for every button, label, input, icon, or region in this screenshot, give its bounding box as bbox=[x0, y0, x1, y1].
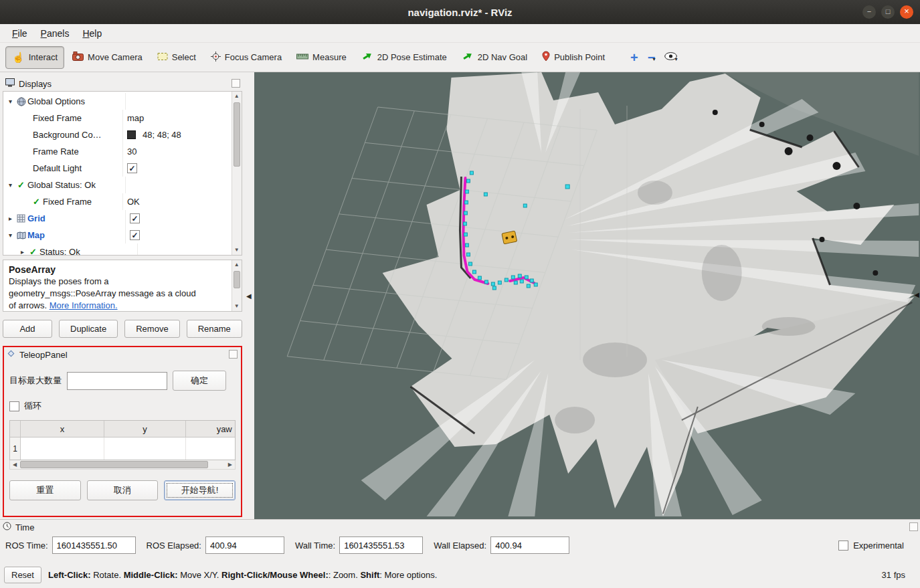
wall-time-input[interactable] bbox=[339, 536, 423, 554]
expander-open-icon[interactable]: ▾ bbox=[6, 98, 15, 105]
column-header-yaw[interactable]: yaw bbox=[186, 421, 235, 437]
experimental-checkbox[interactable] bbox=[838, 541, 848, 551]
expander-closed-icon[interactable]: ▸ bbox=[18, 248, 27, 255]
camera-icon bbox=[72, 52, 84, 63]
default-light-checkbox[interactable] bbox=[127, 163, 137, 173]
table-corner[interactable] bbox=[10, 421, 21, 437]
scrollbar-thumb[interactable] bbox=[234, 271, 240, 288]
teleop-panel: TeleopPanel 目标最大数量 确定 循环 x y bbox=[3, 346, 242, 517]
expander-closed-icon[interactable]: ▸ bbox=[6, 215, 15, 222]
tree-row[interactable]: ▸ ✓ Status: Ok bbox=[3, 243, 232, 255]
add-button[interactable]: Add bbox=[3, 320, 52, 338]
ros-time-label: ROS Time: bbox=[5, 541, 48, 551]
rename-button[interactable]: Rename bbox=[187, 320, 242, 338]
reset-goals-button[interactable]: 重置 bbox=[9, 480, 81, 500]
remove-button[interactable]: Remove bbox=[124, 320, 179, 338]
tool-move-camera[interactable]: Move Camera bbox=[66, 46, 149, 68]
close-button[interactable]: × bbox=[900, 5, 913, 19]
tool-properties-button[interactable]: ▾ bbox=[664, 52, 677, 62]
duplicate-button[interactable]: Duplicate bbox=[59, 320, 118, 338]
scrollbar-thumb[interactable] bbox=[234, 102, 240, 167]
description-scrollbar[interactable]: ▲ ▼ bbox=[232, 260, 242, 311]
row-header[interactable]: 1 bbox=[10, 437, 21, 460]
tree-row[interactable]: Background Co… 48; 48; 48 bbox=[3, 126, 232, 143]
menu-file[interactable]: File bbox=[5, 26, 34, 41]
tool-focus-camera[interactable]: Focus Camera bbox=[204, 46, 288, 69]
property-value[interactable]: 48; 48; 48 bbox=[122, 126, 232, 143]
scroll-down-icon[interactable]: ▼ bbox=[232, 246, 242, 255]
property-value bbox=[122, 160, 232, 177]
menu-panels[interactable]: Panels bbox=[34, 26, 76, 41]
column-header-y[interactable]: y bbox=[104, 421, 186, 437]
tool-publish-point[interactable]: Publish Point bbox=[535, 45, 612, 69]
scrollbar-thumb[interactable] bbox=[20, 461, 208, 468]
panel-float-button[interactable] bbox=[232, 79, 240, 88]
loop-checkbox[interactable] bbox=[9, 401, 19, 411]
scroll-right-icon[interactable]: ▶ bbox=[225, 460, 235, 469]
time-panel-header[interactable]: Time bbox=[0, 520, 920, 534]
displays-scrollbar[interactable]: ▲ ▼ bbox=[232, 92, 242, 255]
map-icon bbox=[15, 231, 27, 239]
ros-time-input[interactable] bbox=[52, 536, 136, 554]
expander-open-icon[interactable]: ▾ bbox=[6, 231, 15, 239]
ros-elapsed-input[interactable] bbox=[205, 536, 284, 554]
minimize-button[interactable]: − bbox=[862, 5, 876, 19]
help-bold: Shift bbox=[360, 570, 379, 580]
property-label: Default Light bbox=[33, 163, 82, 173]
grid-enabled-checkbox[interactable] bbox=[130, 213, 140, 223]
tree-row[interactable]: ▾ ✓ Global Status: Ok bbox=[3, 177, 232, 193]
caret-down-icon: ▾ bbox=[674, 56, 677, 62]
display-icon bbox=[5, 78, 15, 89]
tree-row[interactable]: ✓ Fixed Frame OK bbox=[3, 193, 232, 210]
tool-measure[interactable]: Measure bbox=[290, 47, 353, 68]
scroll-down-icon[interactable]: ▼ bbox=[232, 302, 242, 311]
cancel-button[interactable]: 取消 bbox=[87, 480, 159, 500]
panel-float-button[interactable] bbox=[909, 522, 918, 531]
maximize-button[interactable]: □ bbox=[881, 5, 895, 19]
remove-tool-button[interactable]: − ▾ bbox=[648, 53, 656, 62]
map-enabled-checkbox[interactable] bbox=[130, 230, 140, 240]
collapse-left-icon[interactable]: ◀ bbox=[246, 292, 252, 300]
tool-select[interactable]: Select bbox=[151, 47, 203, 68]
teleop-panel-header[interactable]: TeleopPanel bbox=[4, 347, 241, 362]
title-bar[interactable]: navigation.rviz* - RViz − □ × bbox=[0, 0, 920, 24]
cell-x[interactable] bbox=[21, 437, 104, 460]
scroll-left-icon[interactable]: ◀ bbox=[10, 460, 19, 469]
collapse-right-icon[interactable]: ◀ bbox=[914, 291, 919, 298]
property-value[interactable]: 30 bbox=[122, 143, 232, 160]
tree-row[interactable]: Default Light bbox=[3, 160, 232, 177]
add-tool-icon[interactable]: + bbox=[630, 53, 638, 62]
expander-open-icon[interactable]: ▾ bbox=[6, 181, 15, 189]
scroll-up-icon[interactable]: ▲ bbox=[232, 92, 242, 101]
start-navigation-button[interactable]: 开始导航! bbox=[164, 480, 236, 500]
more-information-link[interactable]: More Information. bbox=[50, 300, 118, 310]
reset-button[interactable]: Reset bbox=[4, 567, 41, 583]
panel-float-button[interactable] bbox=[229, 350, 238, 359]
menu-help[interactable]: Help bbox=[76, 26, 108, 41]
property-name: ▾ Map bbox=[6, 227, 125, 243]
tree-row[interactable]: ▾ Map bbox=[3, 227, 232, 243]
scroll-up-icon[interactable]: ▲ bbox=[232, 260, 242, 270]
tool-2d-pose-estimate[interactable]: 2D Pose Estimate bbox=[355, 46, 454, 68]
wall-elapsed-input[interactable] bbox=[490, 536, 569, 554]
confirm-button[interactable]: 确定 bbox=[173, 371, 226, 391]
rviz-window: navigation.rviz* - RViz − □ × File Panel… bbox=[0, 0, 920, 588]
tool-interact[interactable]: ☝ Interact bbox=[5, 46, 64, 69]
render-viewport[interactable]: ◀ bbox=[254, 72, 920, 519]
property-value bbox=[137, 243, 232, 255]
table-horizontal-scrollbar[interactable]: ◀ ▶ bbox=[9, 460, 236, 470]
tree-row[interactable]: ▸ Grid bbox=[3, 210, 232, 227]
color-swatch bbox=[127, 130, 136, 139]
displays-panel-header[interactable]: Displays bbox=[3, 76, 242, 91]
panel-splitter[interactable]: ◀ bbox=[244, 72, 254, 519]
tree-row[interactable]: Frame Rate 30 bbox=[3, 143, 232, 160]
cell-yaw[interactable] bbox=[186, 437, 235, 460]
tree-row[interactable]: ▾ Global Options bbox=[3, 93, 232, 110]
column-header-x[interactable]: x bbox=[21, 421, 104, 437]
tool-2d-nav-goal[interactable]: 2D Nav Goal bbox=[455, 46, 534, 68]
cell-y[interactable] bbox=[104, 437, 186, 460]
property-value[interactable]: map bbox=[122, 110, 232, 126]
max-goal-input[interactable] bbox=[67, 372, 167, 390]
tree-row[interactable]: Fixed Frame map bbox=[3, 110, 232, 126]
property-label: Global Status: Ok bbox=[27, 180, 96, 190]
